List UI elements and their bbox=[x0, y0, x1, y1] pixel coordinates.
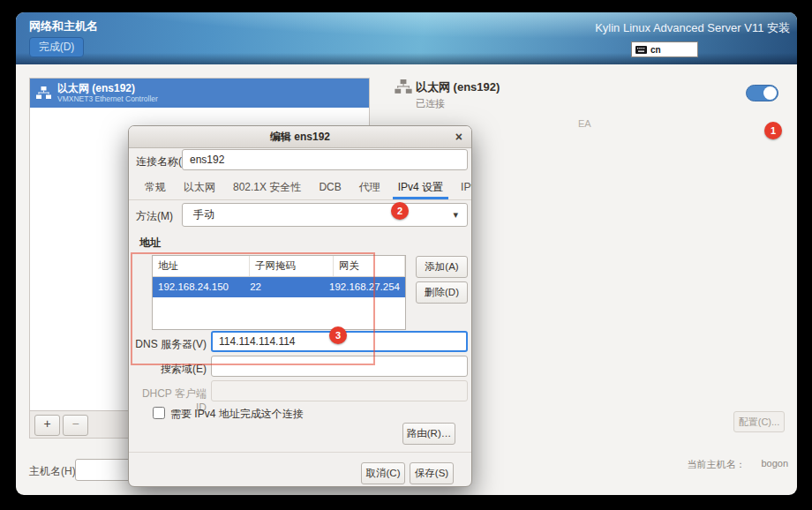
column-header-address: 地址 bbox=[153, 256, 250, 276]
address-table-row[interactable]: 192.168.24.150 22 192.168.27.254 bbox=[153, 277, 405, 297]
column-header-netmask: 子网掩码 bbox=[250, 256, 334, 276]
keyboard-layout-label: cn bbox=[650, 45, 661, 55]
device-name: 以太网 (ens192) bbox=[57, 83, 158, 95]
chevron-down-icon: ▾ bbox=[453, 204, 458, 226]
device-enabled-toggle[interactable] bbox=[746, 85, 778, 101]
hostname-label: 主机名(H): bbox=[29, 464, 79, 479]
device-description: VMXNET3 Ethernet Controller bbox=[57, 95, 158, 104]
dialog-titlebar[interactable]: 编辑 ens192 × bbox=[129, 126, 471, 148]
tab-general[interactable]: 常规 bbox=[136, 176, 175, 199]
done-button[interactable]: 完成(D) bbox=[29, 37, 84, 57]
tab-ipv6-settings[interactable]: IPv6 设置 bbox=[452, 176, 472, 199]
tab-dcb[interactable]: DCB bbox=[310, 176, 350, 199]
dhcp-client-id-input bbox=[211, 380, 468, 401]
column-header-gateway: 网关 bbox=[334, 256, 405, 276]
tab-8021x-security[interactable]: 802.1X 安全性 bbox=[224, 176, 310, 199]
toggle-knob bbox=[763, 86, 777, 100]
search-domain-label: 搜索域(E) bbox=[129, 362, 207, 377]
configure-button[interactable]: 配置(C)... bbox=[733, 411, 785, 432]
device-list-item-ens192[interactable]: 以太网 (ens192) VMXNET3 Ethernet Controller bbox=[30, 79, 369, 108]
current-hostname-value: bogon bbox=[761, 458, 788, 471]
hardware-address-fragment: EA bbox=[578, 118, 591, 129]
network-icon bbox=[395, 79, 412, 94]
require-ipv4-label: 需要 IPv4 地址完成这个连接 bbox=[170, 407, 304, 422]
close-icon[interactable]: × bbox=[455, 129, 462, 145]
address-table[interactable]: 地址 子网掩码 网关 192.168.24.150 22 192.168.27.… bbox=[152, 255, 406, 330]
dns-label: DNS 服务器(V) bbox=[129, 337, 207, 352]
remove-device-button[interactable]: − bbox=[63, 415, 88, 436]
connection-name-input[interactable] bbox=[182, 149, 468, 170]
save-button[interactable]: 保存(S) bbox=[410, 462, 454, 484]
add-device-button[interactable]: + bbox=[34, 415, 60, 436]
page-title: 网络和主机名 bbox=[29, 19, 98, 34]
method-dropdown[interactable]: 手动 ▾ bbox=[182, 203, 468, 227]
add-address-button[interactable]: 添加(A) bbox=[416, 256, 468, 278]
installer-title: Kylin Linux Advanced Server V11 安装 bbox=[595, 20, 790, 36]
tab-ethernet[interactable]: 以太网 bbox=[175, 176, 224, 199]
network-icon bbox=[36, 86, 51, 100]
dialog-title: 编辑 ens192 bbox=[129, 126, 471, 147]
detail-device-name: 以太网 (ens192) bbox=[416, 79, 500, 95]
method-value: 手动 bbox=[193, 208, 214, 221]
addresses-section-label: 地址 bbox=[139, 236, 161, 251]
require-ipv4-checkbox[interactable] bbox=[153, 407, 165, 419]
edit-connection-dialog: 编辑 ens192 × 连接名称(N) 常规 以太网 802.1X 安全性 DC… bbox=[128, 125, 472, 487]
dialog-tabs: 常规 以太网 802.1X 安全性 DCB 代理 IPv4 设置 IPv6 设置 bbox=[129, 176, 471, 200]
current-hostname-label: 当前主机名： bbox=[687, 458, 745, 471]
annotation-step-3-badge: 3 bbox=[329, 326, 347, 344]
cancel-button[interactable]: 取消(C) bbox=[361, 462, 405, 484]
connection-status: 已连接 bbox=[416, 97, 445, 110]
keyboard-icon bbox=[635, 46, 647, 54]
gateway-cell[interactable]: 192.168.27.254 bbox=[324, 277, 405, 297]
address-table-header: 地址 子网掩码 网关 bbox=[153, 256, 405, 277]
keyboard-layout-indicator[interactable]: cn bbox=[631, 41, 698, 57]
search-domain-input[interactable] bbox=[211, 356, 468, 377]
annotation-step-1-badge: 1 bbox=[764, 122, 782, 139]
netmask-cell[interactable]: 22 bbox=[244, 277, 324, 297]
header-banner: 网络和主机名 完成(D) Kylin Linux Advanced Server… bbox=[16, 12, 797, 64]
tab-ipv4-settings[interactable]: IPv4 设置 bbox=[389, 176, 452, 199]
routes-button[interactable]: 路由(R)… bbox=[402, 423, 455, 445]
delete-address-button[interactable]: 删除(D) bbox=[416, 281, 468, 304]
method-label: 方法(M) bbox=[136, 209, 173, 224]
annotation-step-2-badge: 2 bbox=[391, 202, 409, 220]
address-cell[interactable]: 192.168.24.150 bbox=[153, 277, 244, 297]
tab-proxy[interactable]: 代理 bbox=[350, 176, 389, 199]
current-hostname: 当前主机名： bogon bbox=[687, 458, 788, 471]
